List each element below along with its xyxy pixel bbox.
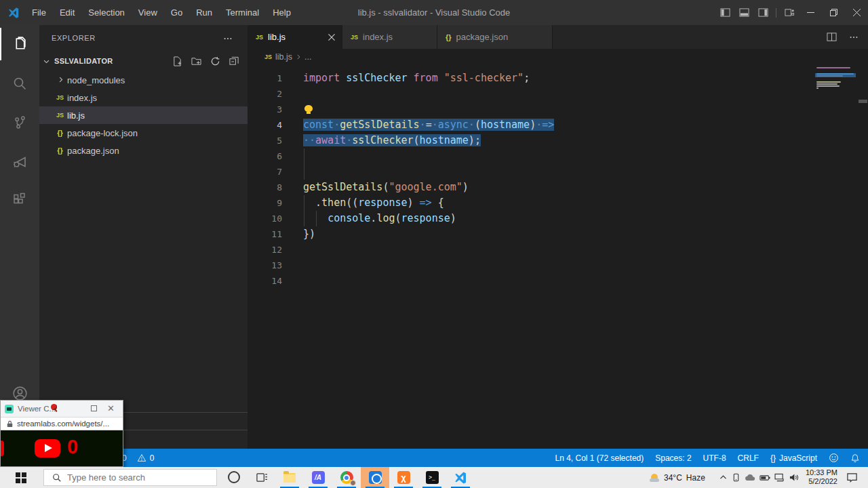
- start-button[interactable]: [0, 467, 42, 488]
- code-line[interactable]: 12: [248, 242, 868, 258]
- code-line[interactable]: 10 console.log(response): [248, 211, 868, 226]
- menu-item-edit[interactable]: Edit: [53, 0, 81, 25]
- code-line[interactable]: 4const·getSslDetails·=·async·(hostname)·…: [248, 117, 868, 133]
- taskbar-app-streamlabs[interactable]: [361, 467, 389, 488]
- feedback-icon[interactable]: [829, 453, 839, 463]
- file-tree-item-index-js[interactable]: JSindex.js: [39, 89, 248, 106]
- taskbar-app-vscode[interactable]: [446, 467, 475, 488]
- editor-more-actions-icon[interactable]: [849, 33, 859, 42]
- minimap-line: [816, 87, 818, 89]
- menu-item-run[interactable]: Run: [189, 0, 219, 25]
- code-token: [303, 197, 315, 209]
- code-token: async: [438, 119, 469, 131]
- menu-item-terminal[interactable]: Terminal: [219, 0, 266, 25]
- network-icon[interactable]: [774, 473, 785, 482]
- activity-explorer-icon[interactable]: [0, 28, 39, 60]
- collapse-all-icon[interactable]: [229, 56, 239, 66]
- popup-address-bar[interactable]: streamlabs.com/widgets/...: [1, 417, 123, 430]
- code-line[interactable]: 2: [248, 86, 868, 102]
- code-token: ;: [475, 134, 481, 146]
- restore-button[interactable]: [822, 0, 845, 25]
- cortana-icon[interactable]: [228, 471, 240, 483]
- menu-item-go[interactable]: Go: [164, 0, 189, 25]
- phone-link-icon[interactable]: [732, 473, 741, 482]
- tab-lib-js[interactable]: JSlib.js: [248, 25, 342, 49]
- close-tab-icon[interactable]: [328, 34, 335, 41]
- taskbar-app-app-a[interactable]: /A: [304, 467, 332, 488]
- taskbar-search[interactable]: [43, 469, 217, 486]
- file-tree-item-package-json[interactable]: {}package.json: [39, 142, 248, 159]
- refresh-icon[interactable]: [210, 56, 220, 66]
- weather-condition[interactable]: Haze: [686, 473, 705, 483]
- file-tree-item-node-modules[interactable]: node_modules: [39, 71, 248, 89]
- code-line[interactable]: 13: [248, 258, 868, 273]
- code-area[interactable]: 1import sslChecker from "ssl-checker";23…: [248, 65, 868, 449]
- activity-extensions-icon[interactable]: [0, 184, 39, 216]
- minimize-button[interactable]: [799, 0, 822, 25]
- taskbar-clock[interactable]: 10:33 PM 5/2/2022: [804, 468, 837, 486]
- minimap[interactable]: [815, 67, 857, 115]
- split-editor-icon[interactable]: [827, 32, 837, 42]
- battery-icon[interactable]: [760, 474, 770, 482]
- weather-temperature[interactable]: 34°C: [664, 473, 682, 483]
- menu-item-selection[interactable]: Selection: [81, 0, 131, 25]
- line-number: 7: [248, 164, 303, 180]
- new-file-icon[interactable]: [172, 56, 182, 66]
- file-label: package-lock.json: [67, 128, 138, 138]
- menu-item-help[interactable]: Help: [266, 0, 298, 25]
- taskbar-app-file-explorer[interactable]: [275, 467, 304, 488]
- weather-icon[interactable]: [650, 472, 660, 483]
- activity-source-control-icon[interactable]: [0, 106, 39, 138]
- tab-package-json[interactable]: {}package.json: [437, 25, 553, 49]
- new-folder-icon[interactable]: [191, 56, 201, 66]
- taskbar-app-chrome[interactable]: [332, 467, 361, 488]
- menu-item-file[interactable]: File: [25, 0, 53, 25]
- customize-layout-icon[interactable]: [780, 0, 799, 25]
- indentation-status[interactable]: Spaces: 2: [655, 453, 691, 463]
- cursor-position[interactable]: Ln 4, Col 1 (72 selected): [555, 453, 644, 463]
- folder-section-header[interactable]: SSLVALIDATOR: [39, 54, 248, 70]
- indent-guide: [304, 211, 304, 226]
- menu-item-view[interactable]: View: [132, 0, 164, 25]
- onedrive-cloud-icon[interactable]: [745, 473, 755, 482]
- breadcrumb[interactable]: JS lib.js ...: [248, 49, 868, 65]
- taskbar-app-xampp[interactable]: χ: [389, 467, 418, 488]
- tab-index-js[interactable]: JSindex.js: [342, 25, 437, 49]
- taskbar-app-cmd[interactable]: >_: [418, 467, 446, 488]
- popup-close-icon[interactable]: ✕: [107, 403, 115, 413]
- code-line[interactable]: 1import sslChecker from "ssl-checker";: [248, 70, 868, 86]
- explorer-more-actions-icon[interactable]: [223, 34, 233, 43]
- encoding-status[interactable]: UTF-8: [703, 453, 726, 463]
- language-status[interactable]: {} JavaScript: [770, 453, 817, 463]
- code-line[interactable]: 6: [248, 148, 868, 164]
- toggle-sidebar-icon[interactable]: [715, 0, 734, 25]
- eol-status[interactable]: CRLF: [738, 453, 759, 463]
- popup-maximize-icon[interactable]: [91, 405, 97, 411]
- code-line[interactable]: 5··await·sslChecker(hostname);: [248, 133, 868, 148]
- code-line[interactable]: 8getSslDetails("google.com"): [248, 180, 868, 195]
- activity-search-icon[interactable]: [0, 67, 39, 100]
- close-button[interactable]: [845, 0, 868, 25]
- viewer-count-popup: Viewer C... ✕ streamlabs.com/widgets/...…: [0, 400, 123, 467]
- toggle-panel-icon[interactable]: [734, 0, 753, 25]
- breadcrumb-more[interactable]: ...: [304, 52, 311, 62]
- code-line[interactable]: 9 .then((response) => {: [248, 195, 868, 211]
- code-line[interactable]: 14: [248, 273, 868, 289]
- code-line[interactable]: 11}): [248, 226, 868, 242]
- hidden-icons-chevron-icon[interactable]: [719, 473, 728, 482]
- pin-icon[interactable]: [51, 404, 58, 411]
- toggle-secondary-sidebar-icon[interactable]: [753, 0, 772, 25]
- code-line[interactable]: 3: [248, 102, 868, 117]
- lightbulb-icon[interactable]: [304, 105, 313, 112]
- activity-run-debug-icon[interactable]: [0, 145, 39, 178]
- task-view-icon[interactable]: [256, 472, 268, 483]
- code-line[interactable]: 7: [248, 164, 868, 180]
- breadcrumb-file[interactable]: lib.js: [275, 52, 292, 62]
- file-tree-item-package-lock-json[interactable]: {}package-lock.json: [39, 124, 248, 142]
- search-input[interactable]: [67, 472, 196, 483]
- file-tree-item-lib-js[interactable]: JSlib.js: [39, 106, 248, 124]
- popup-titlebar[interactable]: Viewer C... ✕: [1, 401, 123, 417]
- speaker-icon[interactable]: [789, 473, 799, 482]
- action-center-icon[interactable]: [846, 472, 858, 483]
- notifications-bell-icon[interactable]: [850, 453, 860, 463]
